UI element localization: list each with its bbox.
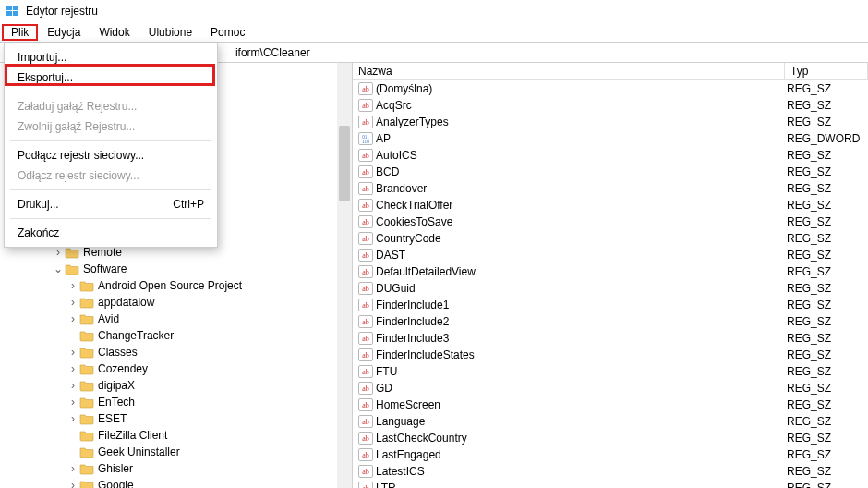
tree-item[interactable]: ›Google bbox=[0, 477, 352, 488]
registry-value-row[interactable]: ab(Domyślna)REG_SZ bbox=[353, 80, 868, 97]
file-menu-item[interactable]: Importuj... bbox=[5, 47, 217, 67]
reg-sz-icon: ab bbox=[358, 99, 373, 112]
tree-scrollbar[interactable] bbox=[337, 63, 352, 488]
registry-value-row[interactable]: abDUGuidREG_SZ bbox=[353, 280, 868, 297]
tree-item[interactable]: ›digipaX bbox=[0, 377, 352, 394]
registry-value-row[interactable]: abFinderInclude2REG_SZ bbox=[353, 313, 868, 330]
menu-pomoc[interactable]: Pomoc bbox=[201, 24, 254, 41]
tree-item[interactable]: ChangeTracker bbox=[0, 327, 352, 344]
registry-value-name: AnalyzerTypes bbox=[376, 116, 449, 128]
svg-rect-2 bbox=[6, 11, 12, 16]
tree-item[interactable]: ›Cozendey bbox=[0, 360, 352, 377]
tree-item-label: digipaX bbox=[98, 379, 135, 392]
tree-item[interactable]: ›Classes bbox=[0, 344, 352, 360]
svg-rect-1 bbox=[13, 6, 18, 10]
registry-value-name: HomeScreen bbox=[376, 398, 440, 411]
registry-value-type: REG_SZ bbox=[785, 165, 868, 178]
chevron-right-icon[interactable]: › bbox=[66, 479, 79, 488]
menu-edycja[interactable]: Edycja bbox=[38, 24, 90, 41]
tree-item[interactable]: FileZilla Client bbox=[0, 427, 352, 444]
svg-text:ab: ab bbox=[362, 434, 369, 443]
folder-icon bbox=[79, 379, 94, 392]
registry-value-row[interactable]: abDASTREG_SZ bbox=[353, 247, 868, 263]
menu-ulubione[interactable]: Ulubione bbox=[139, 24, 201, 41]
registry-value-row[interactable]: abAutoICSREG_SZ bbox=[353, 147, 868, 164]
registry-value-type: REG_SZ bbox=[785, 398, 868, 411]
registry-value-name: CheckTrialOffer bbox=[376, 199, 452, 212]
svg-text:ab: ab bbox=[362, 368, 369, 376]
tree-item[interactable]: ›appdatalow bbox=[0, 294, 352, 311]
tree-item[interactable]: ›Android Open Source Project bbox=[0, 277, 352, 294]
registry-value-type: REG_DWORD bbox=[785, 132, 868, 145]
svg-text:110: 110 bbox=[362, 139, 369, 144]
tree-item[interactable]: ›Avid bbox=[0, 311, 352, 327]
tree-item[interactable]: Geek Uninstaller bbox=[0, 444, 352, 460]
registry-value-row[interactable]: abAnalyzerTypesREG_SZ bbox=[353, 114, 868, 130]
chevron-right-icon[interactable]: › bbox=[66, 462, 79, 475]
tree-item[interactable]: ⌄Software bbox=[0, 261, 352, 277]
chevron-down-icon[interactable]: ⌄ bbox=[52, 262, 65, 275]
values-pane[interactable]: Nazwa Typ ab(Domyślna)REG_SZabAcqSrcREG_… bbox=[353, 63, 868, 488]
registry-value-type: REG_SZ bbox=[785, 482, 868, 488]
registry-value-name: FinderInclude3 bbox=[376, 332, 449, 345]
reg-dword-icon: 011110 bbox=[358, 132, 373, 145]
registry-value-row[interactable]: abHomeScreenREG_SZ bbox=[353, 396, 868, 413]
registry-value-row[interactable]: abLTRREG_SZ bbox=[353, 480, 868, 488]
registry-value-name-cell: abDefaultDetailedView bbox=[353, 265, 785, 278]
chevron-right-icon[interactable]: › bbox=[66, 396, 79, 409]
chevron-right-icon[interactable]: › bbox=[66, 412, 79, 425]
window-title: Edytor rejestru bbox=[26, 5, 98, 18]
tree-scrollbar-thumb[interactable] bbox=[339, 126, 350, 201]
registry-value-row[interactable]: abFinderInclude1REG_SZ bbox=[353, 297, 868, 313]
registry-value-row[interactable]: abFinderIncludeStatesREG_SZ bbox=[353, 347, 868, 363]
reg-sz-icon: ab bbox=[358, 465, 373, 478]
chevron-right-icon[interactable]: › bbox=[66, 296, 79, 309]
reg-sz-icon: ab bbox=[358, 348, 373, 361]
chevron-right-icon[interactable]: › bbox=[66, 279, 79, 292]
registry-value-row[interactable]: abLatestICSREG_SZ bbox=[353, 463, 868, 480]
tree-item-label: appdatalow bbox=[98, 296, 154, 309]
chevron-right-icon[interactable]: › bbox=[66, 312, 79, 325]
tree-item[interactable]: ›EnTech bbox=[0, 394, 352, 410]
column-header-name[interactable]: Nazwa bbox=[353, 63, 785, 79]
file-menu-item[interactable]: Eksportuj... bbox=[5, 67, 217, 88]
tree-item[interactable]: ›Ghisler bbox=[0, 460, 352, 477]
registry-value-row[interactable]: abDefaultDetailedViewREG_SZ bbox=[353, 263, 868, 280]
registry-value-row[interactable]: abLastCheckCountryREG_SZ bbox=[353, 430, 868, 446]
tree-item[interactable]: ›ESET bbox=[0, 410, 352, 427]
registry-value-row[interactable]: 011110APREG_DWORD bbox=[353, 130, 868, 147]
folder-icon bbox=[79, 312, 94, 325]
registry-value-row[interactable]: abAcqSrcREG_SZ bbox=[353, 97, 868, 114]
registry-value-row[interactable]: abCookiesToSaveREG_SZ bbox=[353, 214, 868, 230]
registry-value-row[interactable]: abCheckTrialOfferREG_SZ bbox=[353, 197, 868, 214]
registry-value-row[interactable]: abFinderInclude3REG_SZ bbox=[353, 330, 868, 347]
registry-value-type: REG_SZ bbox=[785, 99, 868, 112]
registry-value-row[interactable]: abLanguageREG_SZ bbox=[353, 413, 868, 430]
chevron-right-icon[interactable]: › bbox=[52, 246, 65, 259]
registry-value-row[interactable]: abGDREG_SZ bbox=[353, 380, 868, 396]
registry-value-name-cell: abBCD bbox=[353, 165, 785, 178]
registry-value-type: REG_SZ bbox=[785, 82, 868, 95]
chevron-right-icon[interactable]: › bbox=[66, 379, 79, 392]
chevron-right-icon[interactable]: › bbox=[66, 362, 79, 375]
registry-value-row[interactable]: abLastEngagedREG_SZ bbox=[353, 446, 868, 463]
tree-item-label: Google bbox=[98, 479, 134, 488]
column-header-type[interactable]: Typ bbox=[785, 63, 868, 79]
registry-value-row[interactable]: abBCDREG_SZ bbox=[353, 164, 868, 180]
menu-widok[interactable]: Widok bbox=[90, 24, 139, 41]
registry-value-row[interactable]: abBrandoverREG_SZ bbox=[353, 180, 868, 197]
file-menu-item[interactable]: Podłącz rejestr sieciowy... bbox=[5, 145, 217, 165]
registry-value-type: REG_SZ bbox=[785, 332, 868, 345]
menu-separator bbox=[10, 218, 211, 219]
registry-value-row[interactable]: abFTUREG_SZ bbox=[353, 363, 868, 380]
registry-value-name: CookiesToSave bbox=[376, 215, 452, 228]
registry-value-row[interactable]: abCountryCodeREG_SZ bbox=[353, 230, 868, 247]
chevron-right-icon[interactable]: › bbox=[66, 346, 79, 359]
registry-value-name: BCD bbox=[376, 165, 399, 178]
menu-plik[interactable]: Plik bbox=[2, 24, 38, 41]
file-menu-item[interactable]: Zakończ bbox=[5, 223, 217, 243]
svg-text:ab: ab bbox=[362, 335, 369, 343]
registry-value-name-cell: abDAST bbox=[353, 249, 785, 262]
file-menu-item[interactable]: Drukuj...Ctrl+P bbox=[5, 194, 217, 214]
registry-value-name: DUGuid bbox=[376, 282, 416, 295]
